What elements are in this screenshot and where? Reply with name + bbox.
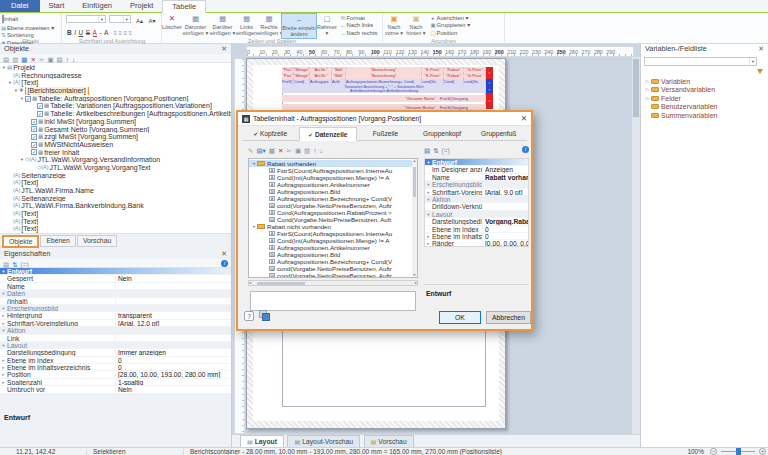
tab-ebenen[interactable]: Ebenen xyxy=(40,235,75,247)
ribbon-big-button[interactable]: ▣Nachvorne ▾ xyxy=(383,13,405,37)
objects-tree-item[interactable]: (A)[Text] xyxy=(0,225,231,233)
checkbox[interactable]: ✓ xyxy=(31,149,37,155)
info-icon[interactable]: i xyxy=(221,260,228,267)
property-row[interactable]: ▸Ebene im Inhaltsverzeichnis0 xyxy=(425,233,528,240)
footer-row-marker[interactable]: ▫ xyxy=(486,93,493,109)
checkbox[interactable]: ✓ xyxy=(31,126,37,132)
font-style-button[interactable]: I xyxy=(74,29,76,36)
zoom-slider[interactable] xyxy=(721,451,755,452)
ribbon-small-button[interactable]: ▸Ausrichten ▾ xyxy=(430,15,471,22)
objects-tree-item[interactable]: ▾▤Projekt xyxy=(0,64,231,72)
property-row[interactable]: ▸Ränder[0.00, 0.00, 0.00, 0.00 mm] xyxy=(425,240,528,247)
toolbar-icon[interactable]: ▥ xyxy=(304,147,310,155)
objects-tree-item[interactable]: ▾✚[Berichtscontainer] xyxy=(0,87,231,95)
property-row[interactable]: ▸Ebene im Index0 xyxy=(0,357,231,364)
line-definition-item[interactable]: ▤cond(Vorgabe.NettoPreiseBenutzen, Auftr xyxy=(249,272,417,278)
close-icon[interactable]: ✕ xyxy=(221,44,227,54)
font-style-button[interactable]: U xyxy=(79,29,84,36)
ok-button[interactable]: OK xyxy=(439,311,481,324)
property-row[interactable]: DarstellungsbedingungImmer anzeigen xyxy=(0,349,231,356)
objects-tree-item[interactable]: ✓▦Tabelle: Artikelbeschreibungen [Auftra… xyxy=(0,110,231,118)
font-style-button[interactable]: S xyxy=(86,29,90,36)
line-definition-item[interactable]: AFstrS(Count(Auftragspositionen.InterneA… xyxy=(249,167,417,174)
ribbon-small-button[interactable]: ▣Gruppieren ▾ xyxy=(430,22,471,29)
line-definition-item[interactable]: ▤cond(Vorgabe.NettoPreiseBenutzen, Auftr xyxy=(249,202,417,209)
property-row[interactable]: ▾Daten xyxy=(0,290,231,297)
property-row[interactable]: Name xyxy=(0,283,231,290)
checkbox[interactable]: ✓ xyxy=(37,111,43,117)
scrollbar-thumb[interactable] xyxy=(257,282,305,285)
dialog-title-bar[interactable]: ▦ Tabelleninhalt - Auftragspositionen [V… xyxy=(238,112,531,126)
data-row-marker[interactable]: ▫ xyxy=(486,86,493,93)
property-row[interactable]: ▸Spaltenzahl1-spaltig xyxy=(0,379,231,386)
objects-tree-item[interactable]: (A)JTL.WaWi.Firma.Bankverbindung.Bank xyxy=(0,202,231,210)
ribbon-small-button[interactable]: →Nach rechts xyxy=(340,30,378,37)
variables-tree-item[interactable]: ▷Variablen xyxy=(644,77,766,86)
objects-tree-item[interactable]: (A)[Text] xyxy=(0,179,231,187)
list-vertical-scrollbar[interactable]: ▲▼ xyxy=(412,159,417,277)
property-row[interactable]: Umbruch vorNein xyxy=(0,386,231,393)
close-icon[interactable]: ✕ xyxy=(758,44,764,54)
objects-tree-item[interactable]: (A)Seitenanzeige xyxy=(0,172,231,180)
objects-tree-item[interactable]: ▾◇(A)JTL.WaWi.Vorgang.VersandInformation xyxy=(0,156,231,164)
tab-projekt[interactable]: Projekt xyxy=(121,0,162,12)
objects-tree-item[interactable]: ✓▦zzgl MwSt [Vorgang.Summen] xyxy=(0,133,231,141)
property-row[interactable]: Link xyxy=(0,335,231,342)
objects-tree-item[interactable]: ✓▦freier Inhalt xyxy=(0,149,231,157)
variable-filter-combobox[interactable]: ▾ xyxy=(644,57,757,66)
zoom-slider-thumb[interactable] xyxy=(736,448,741,455)
table-row-markers[interactable]: ▫ ▫ ▫ ▫ xyxy=(486,67,493,109)
tab-vorschau[interactable]: Vorschau xyxy=(77,235,117,247)
objects-tree-item[interactable]: (A)[Text] xyxy=(0,210,231,218)
alignment-button[interactable]: ≡ xyxy=(113,30,117,36)
ribbon-big-button[interactable]: ▦Daruntereinfügen ▾ xyxy=(182,13,209,37)
toolbar-icon[interactable]: ▤ xyxy=(424,147,430,155)
line-definition-item[interactable]: ACond(Int(Auftragspositionen.Menge) != A xyxy=(249,174,417,181)
tab-objekte[interactable]: Objekte xyxy=(2,235,39,248)
expander-icon[interactable]: ▷ xyxy=(644,96,651,101)
toolbar-icon[interactable]: ▣ xyxy=(295,147,301,155)
cancel-button[interactable]: Abbrechen xyxy=(486,311,531,324)
line-definition-item[interactable]: ACond(Int(Auftragspositionen.Menge) != A xyxy=(249,237,417,244)
checkbox[interactable]: ✓ xyxy=(25,96,31,102)
variables-tree-item[interactable]: ▷Felder xyxy=(644,94,766,103)
objects-tree-item[interactable]: (A)Rechnungsadresse xyxy=(0,72,231,80)
line-definition-item[interactable]: AAuftragspositionen.Artikelnummer xyxy=(249,244,417,251)
alignment-button[interactable]: ≡ xyxy=(128,30,132,36)
property-row[interactable]: Ebene im Index0 xyxy=(425,226,528,233)
property-row[interactable]: ▾Aktion xyxy=(0,327,231,334)
property-row[interactable]: ▾Erscheinungsbild xyxy=(0,305,231,312)
toolbar-icon[interactable]: ⇅ xyxy=(433,147,438,155)
objects-tree-item[interactable]: ✓▦Gesamt Netto [Vorgang.Summen] xyxy=(0,126,231,134)
ribbon-big-button[interactable]: ✕Löschen xyxy=(162,13,182,37)
property-row[interactable]: ▸Position[28.00, 10.00, 193.00, 280.00 m… xyxy=(0,371,231,378)
checkbox[interactable]: ✓ xyxy=(31,119,37,125)
property-row[interactable]: DarstellungsbedingungVorgang.Raba... [An… xyxy=(425,218,528,225)
line-definition-item[interactable]: ▤Cond(Vorgabe.NettoPreiseBenutzen, Auft xyxy=(249,216,417,223)
scrollbar-thumb[interactable] xyxy=(413,167,416,197)
objects-tree-item[interactable]: (A)Seitenanzeige xyxy=(0,195,231,203)
ribbon-big-button[interactable]: ▣Nachhinten ▾ xyxy=(405,13,427,37)
list-horizontal-scrollbar[interactable]: ◂▸ xyxy=(248,280,418,286)
property-row[interactable]: ▾Layout xyxy=(0,342,231,349)
inhalt-button[interactable]: Inhalt xyxy=(0,14,20,22)
data-row-marker[interactable]: ▫ xyxy=(486,79,493,86)
help-button[interactable]: ? xyxy=(244,311,254,321)
font-size-combobox[interactable]: ▾ xyxy=(109,15,131,23)
ribbon-big-button[interactable]: ▢Rahmen▾ xyxy=(317,13,337,37)
property-row[interactable]: ▾Erscheinungsbild xyxy=(425,181,528,188)
objects-tree-item[interactable]: ▾(A)[Text] xyxy=(0,79,231,87)
property-row[interactable]: ▸Ebene im Inhaltsverzeichnis0 xyxy=(0,364,231,371)
font-style-button[interactable]: A xyxy=(104,29,108,36)
line-definition-item[interactable]: ACond(Auftragspositionen.RabattProzent > xyxy=(249,209,417,216)
toolbar-icon[interactable]: ▦ xyxy=(269,147,275,155)
checkbox[interactable]: ✓ xyxy=(31,142,37,148)
font-name-combobox[interactable]: ▾ xyxy=(66,15,106,23)
checkbox[interactable]: ✓ xyxy=(37,103,43,109)
line-definition-item[interactable]: ▤cond(Vorgabe.NettoPreiseBenutzen, Auftr xyxy=(249,265,417,272)
font-style-button[interactable]: A xyxy=(93,29,97,37)
header-row-marker[interactable]: ▫ xyxy=(486,67,493,79)
checkbox[interactable]: ✓ xyxy=(31,134,37,140)
property-row[interactable]: ▸Hintergrundtransparent xyxy=(0,312,231,319)
grow-font-button[interactable]: A▴ xyxy=(136,18,143,24)
